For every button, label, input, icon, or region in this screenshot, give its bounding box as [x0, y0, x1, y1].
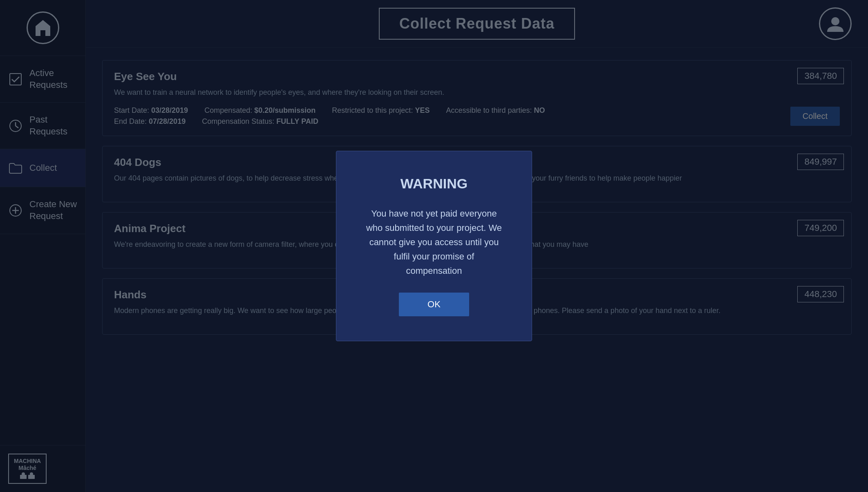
modal-body: You have not yet paid everyone who submi…	[365, 206, 503, 278]
modal-box: WARNING You have not yet paid everyone w…	[336, 151, 532, 342]
modal-overlay: WARNING You have not yet paid everyone w…	[0, 0, 868, 492]
modal-ok-button[interactable]: OK	[399, 293, 469, 316]
modal-title: WARNING	[400, 176, 468, 192]
